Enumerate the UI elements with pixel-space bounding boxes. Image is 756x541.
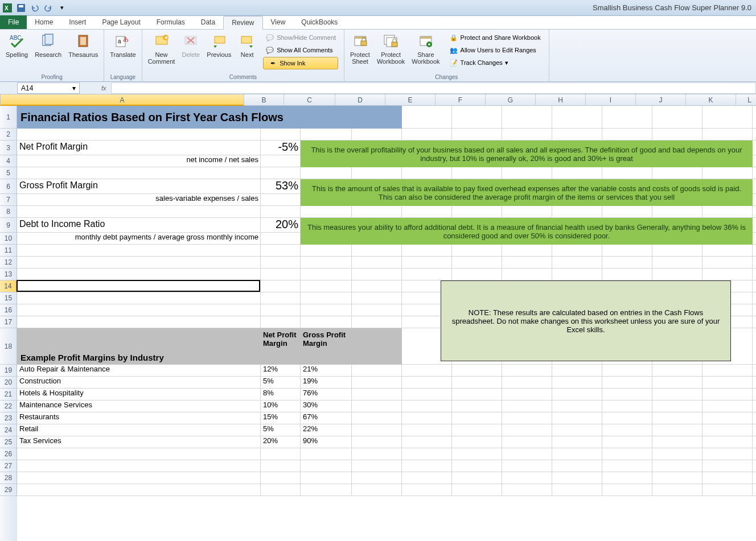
tab-formulas[interactable]: Formulas	[149, 16, 193, 29]
row-header-5[interactable]: 5	[0, 167, 17, 179]
col-header-F[interactable]: F	[435, 94, 486, 106]
row-header-18[interactable]: 18	[0, 328, 17, 365]
note-box: NOTE: These results are calculated based…	[441, 280, 731, 361]
dti-value: 20%	[261, 218, 301, 233]
row-header-9[interactable]: 9	[0, 218, 17, 233]
row-header-28[interactable]: 28	[0, 472, 17, 484]
table-row-gpm: 30%	[301, 400, 352, 412]
undo-icon[interactable]	[30, 3, 40, 13]
thesaurus-button[interactable]: Thesaurus	[66, 31, 100, 59]
share-workbook-button[interactable]: Share Workbook	[409, 31, 442, 69]
group-comments: ★New Comment Delete Previous Next 💬Show/…	[142, 30, 344, 81]
grid[interactable]: Financial Ratios Based on First Year Cas…	[17, 106, 756, 541]
col-header-K[interactable]: K	[686, 94, 736, 106]
row-header-13[interactable]: 13	[0, 269, 17, 280]
col-header-L[interactable]: L	[736, 94, 756, 106]
row-header-22[interactable]: 22	[0, 400, 17, 412]
formula-input[interactable]	[111, 82, 756, 94]
row-header-16[interactable]: 16	[0, 304, 17, 316]
row-header-15[interactable]: 15	[0, 292, 17, 304]
translate-button[interactable]: aあTranslate	[108, 31, 138, 59]
qat-dropdown-icon[interactable]: ▾	[57, 3, 67, 13]
row-header-26[interactable]: 26	[0, 448, 17, 460]
col-header-A[interactable]: A	[1, 94, 244, 106]
row-header-10[interactable]: 10	[0, 233, 17, 245]
next-comment-button[interactable]: Next	[236, 31, 258, 71]
name-box[interactable]: A14▾	[17, 82, 80, 94]
table-row-gpm: 22%	[301, 424, 352, 436]
protect-share-workbook-button[interactable]: 🔒Protect and Share Workbook	[447, 32, 543, 43]
table-header: Example Profit Margins by Industry	[17, 328, 261, 365]
show-hide-comment-button[interactable]: 💬Show/Hide Comment	[263, 32, 338, 43]
table-row-name: Construction	[17, 377, 261, 389]
row-header-19[interactable]: 19	[0, 365, 17, 377]
row-header-8[interactable]: 8	[0, 206, 17, 218]
spelling-button[interactable]: ABCSpelling	[3, 31, 30, 59]
col-header-J[interactable]: J	[636, 94, 686, 106]
row-header-11[interactable]: 11	[0, 245, 17, 257]
row-header-24[interactable]: 24	[0, 424, 17, 436]
row-header-2[interactable]: 2	[0, 129, 17, 141]
col-header-C[interactable]: C	[284, 94, 335, 106]
row-header-23[interactable]: 23	[0, 412, 17, 424]
table-col-blank	[352, 328, 402, 365]
col-header-B[interactable]: B	[244, 94, 284, 106]
new-comment-button[interactable]: ★New Comment	[146, 31, 178, 71]
row-header-21[interactable]: 21	[0, 389, 17, 400]
research-button[interactable]: Research	[32, 31, 64, 59]
tab-view[interactable]: View	[263, 16, 294, 29]
row-header-4[interactable]: 4	[0, 155, 17, 167]
table-row-npm: 15%	[261, 412, 301, 424]
tab-home[interactable]: Home	[27, 16, 61, 29]
tab-review[interactable]: Review	[223, 16, 262, 30]
table-row-npm: 10%	[261, 400, 301, 412]
svg-text:あ: あ	[123, 36, 129, 42]
allow-edit-ranges-button[interactable]: 👥Allow Users to Edit Ranges	[447, 44, 543, 56]
row-header-29[interactable]: 29	[0, 484, 17, 496]
show-all-comments-button[interactable]: 💬Show All Comments	[263, 44, 338, 56]
previous-comment-button[interactable]: Previous	[204, 31, 233, 71]
table-row-gpm: 90%	[301, 436, 352, 448]
svg-rect-19	[241, 36, 252, 43]
redo-icon[interactable]	[43, 3, 54, 13]
save-icon[interactable]	[16, 3, 26, 13]
col-header-D[interactable]: D	[335, 94, 385, 106]
document-title: Smallish Business Cash Flow Super Planne…	[593, 3, 751, 12]
show-ink-button[interactable]: ✒Show Ink	[263, 57, 338, 69]
table-row-npm: 5%	[261, 377, 301, 389]
delete-comment-button[interactable]: Delete	[179, 31, 202, 71]
row-header-17[interactable]: 17	[0, 316, 17, 328]
col-header-E[interactable]: E	[385, 94, 435, 106]
table-row-name: Retail	[17, 424, 261, 436]
npm-desc: This is the overall profitability of you…	[301, 141, 753, 167]
gpm-label: Gross Profit Margin	[17, 179, 261, 194]
row-header-14[interactable]: 14	[0, 280, 17, 292]
row-header-1[interactable]: 1	[0, 106, 17, 129]
table-row-npm: 5%	[261, 424, 301, 436]
table-row-name: Restaurants	[17, 412, 261, 424]
row-header-7[interactable]: 7	[0, 194, 17, 206]
table-col2: Gross Profit Margin	[301, 328, 352, 365]
row-header-25[interactable]: 25	[0, 436, 17, 448]
tab-data[interactable]: Data	[193, 16, 223, 29]
table-row-gpm: 21%	[301, 365, 352, 377]
tab-quickbooks[interactable]: QuickBooks	[293, 16, 346, 29]
svg-rect-27	[420, 36, 432, 39]
track-changes-button[interactable]: 📝Track Changes ▾	[447, 57, 543, 68]
excel-icon: X	[2, 3, 13, 13]
row-header-20[interactable]: 20	[0, 377, 17, 389]
fx-icon[interactable]: fx	[101, 85, 106, 92]
row-header-6[interactable]: 6	[0, 179, 17, 194]
row-header-12[interactable]: 12	[0, 257, 17, 269]
row-header-3[interactable]: 3	[0, 141, 17, 155]
protect-sheet-button[interactable]: Protect Sheet	[348, 31, 372, 69]
npm-value: -5%	[261, 141, 301, 155]
row-header-27[interactable]: 27	[0, 460, 17, 472]
tab-insert[interactable]: Insert	[61, 16, 94, 29]
col-header-I[interactable]: I	[586, 94, 636, 106]
col-header-H[interactable]: H	[536, 94, 586, 106]
protect-workbook-button[interactable]: Protect Workbook	[375, 31, 407, 69]
tab-page-layout[interactable]: Page Layout	[94, 16, 148, 29]
file-tab[interactable]: File	[0, 15, 27, 29]
col-header-G[interactable]: G	[486, 94, 536, 106]
